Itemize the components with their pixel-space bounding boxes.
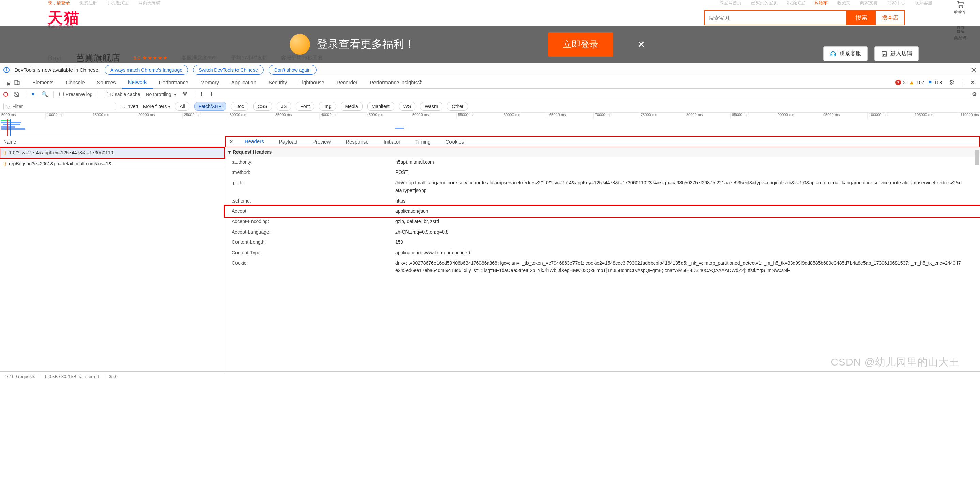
error-counter[interactable]: ✕2 (896, 80, 906, 85)
detail-tab-payload[interactable]: Payload (272, 136, 305, 147)
svg-point-0 (959, 6, 960, 8)
nav-favorites[interactable]: 收藏夹 (837, 0, 851, 6)
chip-css[interactable]: CSS (253, 102, 272, 111)
nav-accessibility[interactable]: 网页无障碍 (138, 0, 161, 6)
search-icon[interactable]: 🔍 (41, 91, 48, 97)
infobar-close-icon[interactable]: ✕ (971, 66, 977, 74)
request-headers-section[interactable]: ▾ Request Headers (225, 147, 980, 157)
throttling-select[interactable]: No throttling ▾ (145, 92, 176, 97)
chip-other[interactable]: Other (447, 102, 468, 111)
tab-recorder[interactable]: Recorder (331, 77, 364, 89)
nav-mytaobao[interactable]: 我的淘宝 (787, 0, 805, 6)
detail-close-icon[interactable]: ✕ (225, 139, 237, 145)
network-toolbar: ▼ 🔍 Preserve log Disable cache No thrott… (0, 89, 980, 100)
filter-input[interactable]: ▽ Filter (3, 103, 116, 110)
timeline-tick: 55000 ms (457, 113, 502, 119)
tab-lighthouse[interactable]: Lighthouse (293, 77, 330, 89)
request-name: 1.0/?jsv=2.7.4&appKey=12574478&t=1730601… (9, 150, 117, 155)
record-icon[interactable] (3, 92, 8, 97)
nav-cart[interactable]: 购物车 (815, 0, 828, 6)
timeline-tick: 110000 ms (959, 113, 980, 119)
flask-icon: ⚗ (418, 80, 422, 86)
device-toggle-icon[interactable] (12, 80, 22, 86)
enter-shop-button[interactable]: 进入店铺 (874, 46, 919, 61)
chip-fetch-xhr[interactable]: Fetch/XHR (194, 102, 226, 111)
preserve-log-checkbox[interactable]: Preserve log (59, 92, 93, 97)
header-key: Accept: (228, 207, 395, 215)
detail-tab-timing[interactable]: Timing (408, 136, 438, 147)
detail-tab-initiator[interactable]: Initiator (376, 136, 408, 147)
tab-security[interactable]: Security (262, 77, 293, 89)
chip-font[interactable]: Font (296, 102, 314, 111)
nav-merchant-center[interactable]: 商家中心 (887, 0, 905, 6)
clear-icon[interactable] (14, 92, 19, 97)
login-now-button[interactable]: 立即登录 (548, 32, 613, 57)
always-match-button[interactable]: Always match Chrome's language (105, 65, 188, 75)
timeline-tick: 30000 ms (228, 113, 274, 119)
chip-ws[interactable]: WS (399, 102, 416, 111)
filter-toggle-icon[interactable]: ▼ (30, 91, 36, 97)
settings-icon[interactable]: ⚙ (949, 79, 955, 86)
search-input[interactable] (704, 10, 847, 25)
disable-cache-checkbox[interactable]: Disable cache (103, 92, 140, 97)
close-banner-icon[interactable]: ✕ (637, 39, 645, 50)
tab-memory[interactable]: Memory (194, 77, 225, 89)
shop-name[interactable]: 芭翼旗舰店 (76, 52, 120, 64)
header-value: zh-CN,zh;q=0.9,en;q=0.8 (395, 228, 977, 236)
issues-counter[interactable]: ⚑108 (928, 80, 942, 85)
invert-checkbox[interactable]: Invert (121, 104, 138, 109)
network-settings-icon[interactable]: ⚙ (972, 91, 977, 97)
download-icon[interactable]: ⬇ (209, 91, 214, 97)
inspect-icon[interactable] (3, 80, 12, 86)
nav-mobile[interactable]: 手机逛淘宝 (107, 0, 129, 6)
chip-img[interactable]: Img (319, 102, 336, 111)
nav-orders[interactable]: 已买到的宝贝 (751, 0, 778, 6)
request-list-header[interactable]: Name (0, 136, 224, 147)
detail-tab-response[interactable]: Response (338, 136, 376, 147)
network-timeline[interactable]: 5000 ms10000 ms15000 ms20000 ms25000 ms3… (0, 113, 980, 136)
chip-all[interactable]: All (175, 102, 189, 111)
tab-application[interactable]: Application (225, 77, 262, 89)
timeline-tick: 85000 ms (730, 113, 776, 119)
detail-tab-preview[interactable]: Preview (305, 136, 338, 147)
search-shop-button[interactable]: 搜本店 (876, 10, 905, 25)
scrollbar-thumb[interactable] (975, 150, 979, 165)
detail-tab-cookies[interactable]: Cookies (438, 136, 471, 147)
nav-home[interactable]: 淘宝网首页 (719, 0, 741, 6)
stars-icon: ★★★★★ (142, 55, 168, 61)
chip-js[interactable]: JS (277, 102, 291, 111)
devtools-main-tabs: Elements Console Sources Network Perform… (0, 77, 980, 89)
devtools-infobar: i DevTools is now available in Chinese! … (0, 64, 980, 77)
more-menu-icon[interactable]: ⋮ (960, 79, 966, 86)
devtools-close-icon[interactable]: ✕ (970, 79, 975, 86)
chip-manifest[interactable]: Manifest (368, 102, 394, 111)
more-filters-dropdown[interactable]: More filters ▾ (143, 104, 170, 109)
contact-service-button[interactable]: 联系客服 (823, 46, 867, 61)
tab-console[interactable]: Console (60, 77, 91, 89)
request-row[interactable]: {} 1.0/?jsv=2.7.4&appKey=12574478&t=1730… (0, 147, 224, 158)
tab-sources[interactable]: Sources (91, 77, 122, 89)
chip-wasm[interactable]: Wasm (420, 102, 442, 111)
tab-elements[interactable]: Elements (26, 77, 60, 89)
nav-contact[interactable]: 联系客服 (915, 0, 932, 6)
tab-performance[interactable]: Performance (153, 77, 194, 89)
tab-network[interactable]: Network (122, 77, 153, 89)
nav-register[interactable]: 免费注册 (80, 0, 97, 6)
timeline-tick: 75000 ms (639, 113, 685, 119)
upload-icon[interactable]: ⬆ (199, 91, 204, 97)
network-conditions-icon[interactable] (182, 91, 188, 98)
cart-tool[interactable]: 购物车 (954, 0, 966, 15)
login-banner-text: 登录查看更多福利！ (317, 37, 415, 52)
chip-media[interactable]: Media (341, 102, 363, 111)
nav-merchant-support[interactable]: 商家支持 (860, 0, 878, 6)
dont-show-button[interactable]: Don't show again (269, 65, 317, 75)
warning-counter[interactable]: ▲107 (909, 80, 924, 86)
search-button[interactable]: 搜索 (847, 10, 876, 25)
tab-perf-insights[interactable]: Performance insights ⚗ (364, 77, 428, 89)
switch-chinese-button[interactable]: Switch DevTools to Chinese (193, 65, 264, 75)
chip-doc[interactable]: Doc (231, 102, 248, 111)
detail-tab-headers[interactable]: Headers (237, 136, 272, 147)
request-row[interactable]: {} repBd.json?e=2061&pn=detail.tmall.com… (0, 158, 224, 169)
nav-login[interactable]: 亲，请登录 (48, 0, 70, 6)
header-row: :authority:h5api.m.tmall.com (225, 157, 980, 167)
